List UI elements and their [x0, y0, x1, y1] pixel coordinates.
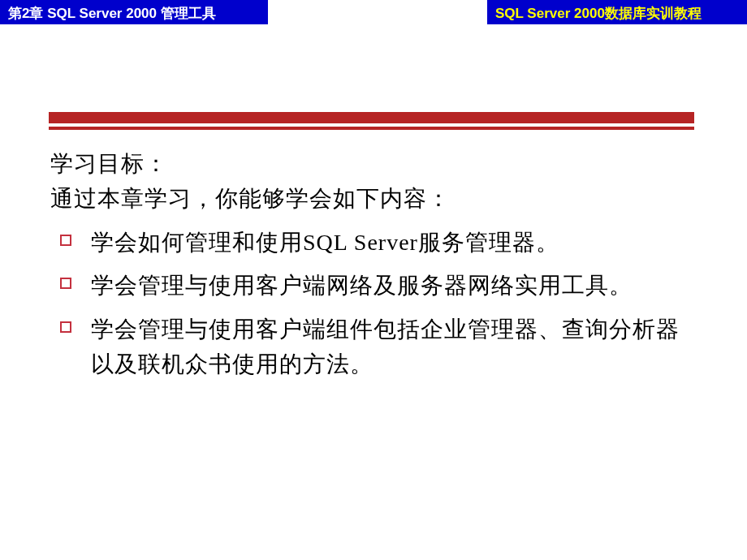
objective-text: 学会管理与使用客户端组件包括企业管理器、查询分析器以及联机众书使用的方法。: [91, 312, 697, 382]
tutorial-title: SQL Server 2000数据库实训教程: [487, 0, 747, 24]
square-bullet-icon: [60, 321, 71, 333]
objective-text: 学会管理与使用客户端网络及服务器网络实用工具。: [91, 268, 633, 303]
red-bar-thick: [49, 112, 694, 123]
objective-text: 学会如何管理和使用SQL Server服务管理器。: [91, 225, 559, 260]
objectives-list: 学会如何管理和使用SQL Server服务管理器。 学会管理与使用客户端网络及服…: [50, 225, 697, 382]
list-item: 学会管理与使用客户端网络及服务器网络实用工具。: [50, 268, 697, 303]
chapter-title: 第2章 SQL Server 2000 管理工具: [0, 0, 268, 24]
header-spacer: [268, 0, 487, 24]
square-bullet-icon: [60, 278, 71, 289]
list-item: 学会管理与使用客户端组件包括企业管理器、查询分析器以及联机众书使用的方法。: [50, 312, 697, 382]
square-bullet-icon: [60, 235, 71, 246]
divider: [0, 112, 747, 130]
learning-objectives-intro: 通过本章学习，你能够学会如下内容：: [50, 181, 697, 216]
learning-objectives-title: 学习目标：: [50, 146, 697, 181]
slide-content: 学习目标： 通过本章学习，你能够学会如下内容： 学会如何管理和使用SQL Ser…: [0, 130, 747, 381]
list-item: 学会如何管理和使用SQL Server服务管理器。: [50, 225, 697, 260]
slide-header: 第2章 SQL Server 2000 管理工具 SQL Server 2000…: [0, 0, 747, 24]
